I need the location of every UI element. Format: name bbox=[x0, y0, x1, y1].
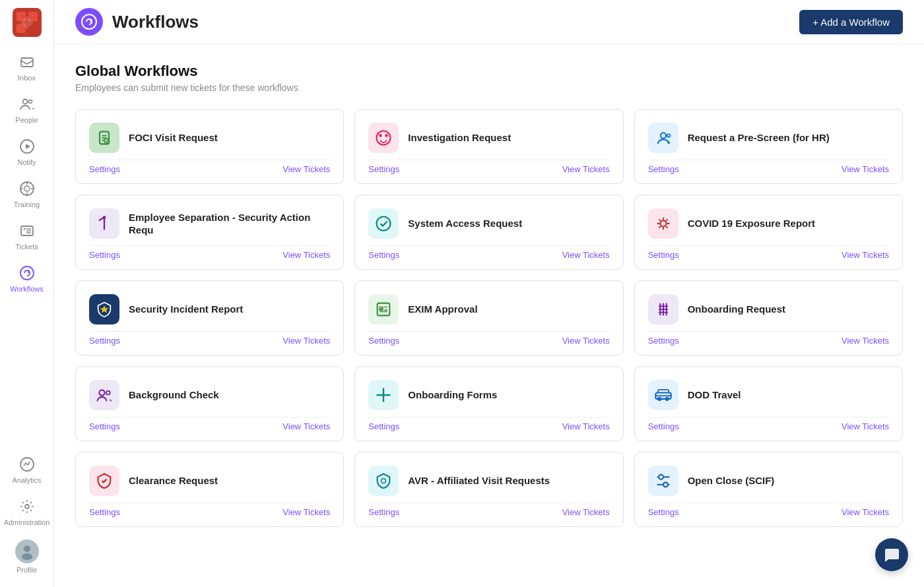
card-actions: Settings View Tickets bbox=[648, 160, 889, 174]
view-tickets-link-foci-visit-request[interactable]: View Tickets bbox=[282, 164, 330, 174]
administration-icon bbox=[18, 497, 36, 516]
view-tickets-link-investigation-request[interactable]: View Tickets bbox=[562, 164, 610, 174]
card-actions: Settings View Tickets bbox=[648, 503, 889, 517]
workflow-name: FOCI Visit Request bbox=[129, 131, 218, 144]
workflow-grid: FOCI Visit Request Settings View Tickets… bbox=[75, 109, 903, 527]
view-tickets-link-open-close-scif[interactable]: View Tickets bbox=[842, 507, 889, 517]
card-actions: Settings View Tickets bbox=[648, 245, 889, 260]
settings-link-onboarding-forms[interactable]: Settings bbox=[368, 421, 399, 431]
sidebar-item-profile[interactable]: Profile bbox=[4, 534, 50, 579]
view-tickets-link-dod-travel[interactable]: View Tickets bbox=[842, 421, 889, 431]
sidebar-item-people[interactable]: People bbox=[4, 90, 50, 129]
workflow-icon-covid-exposure-report bbox=[648, 208, 678, 239]
workflow-icon-onboarding-forms bbox=[368, 380, 399, 410]
svg-point-17 bbox=[24, 545, 30, 552]
sidebar-item-notify[interactable]: Notify bbox=[4, 132, 50, 171]
sidebar-item-training[interactable]: Training bbox=[4, 174, 50, 214]
view-tickets-link-onboarding-forms[interactable]: View Tickets bbox=[562, 421, 610, 431]
view-tickets-link-covid-exposure-report[interactable]: View Tickets bbox=[842, 250, 889, 260]
svg-point-13 bbox=[23, 228, 25, 230]
workflow-card-exim-approval: EXIM Approval Settings View Tickets bbox=[354, 280, 623, 355]
sidebar-item-label: Profile bbox=[16, 566, 37, 574]
card-top: Open Close (SCIF) bbox=[648, 466, 889, 496]
view-tickets-link-avr-affiliated-visit[interactable]: View Tickets bbox=[562, 507, 610, 517]
svg-point-40 bbox=[99, 390, 104, 395]
card-actions: Settings View Tickets bbox=[89, 417, 330, 431]
workflows-header-icon bbox=[75, 8, 103, 36]
card-actions: Settings View Tickets bbox=[648, 417, 889, 431]
workflow-card-request-prescreen: Request a Pre-Screen (for HR) Settings V… bbox=[634, 109, 903, 184]
card-actions: Settings View Tickets bbox=[89, 331, 330, 346]
card-top: Clearance Request bbox=[89, 466, 330, 496]
workflow-name: Onboarding Request bbox=[688, 303, 785, 316]
view-tickets-link-onboarding-request[interactable]: View Tickets bbox=[842, 336, 889, 346]
workflow-icon-security-incident-report bbox=[89, 294, 119, 324]
workflow-icon-clearance-request bbox=[89, 466, 119, 496]
settings-link-onboarding-request[interactable]: Settings bbox=[648, 336, 679, 346]
sidebar-item-label: Workflows bbox=[10, 285, 44, 293]
workflow-icon-dod-travel bbox=[648, 380, 678, 410]
workflow-icon-system-access-request bbox=[368, 208, 399, 239]
avatar bbox=[15, 540, 39, 563]
workflow-card-security-incident-report: Security Incident Report Settings View T… bbox=[75, 280, 344, 355]
workflow-icon-onboarding-request bbox=[648, 294, 678, 324]
workflow-name: Employee Separation - Security Action Re… bbox=[129, 211, 330, 237]
settings-link-background-check[interactable]: Settings bbox=[89, 421, 120, 431]
workflow-card-clearance-request: Clearance Request Settings View Tickets bbox=[75, 452, 344, 527]
settings-link-foci-visit-request[interactable]: Settings bbox=[89, 164, 120, 174]
workflow-card-covid-exposure-report: COVID 19 Exposure Report Settings View T… bbox=[634, 195, 903, 270]
sidebar-item-analytics[interactable]: Analytics bbox=[4, 450, 50, 489]
sidebar-item-tickets[interactable]: Tickets bbox=[4, 216, 50, 256]
card-top: DOD Travel bbox=[648, 380, 889, 410]
section-title: Global Workflows bbox=[75, 63, 903, 80]
settings-link-request-prescreen[interactable]: Settings bbox=[648, 164, 679, 174]
view-tickets-link-employee-separation[interactable]: View Tickets bbox=[282, 250, 330, 260]
workflow-card-onboarding-forms: Onboarding Forms Settings View Tickets bbox=[354, 366, 623, 441]
workflow-card-onboarding-request: Onboarding Request Settings View Tickets bbox=[634, 280, 903, 355]
main-content: Workflows + Add a Workflow Global Workfl… bbox=[54, 0, 924, 587]
sidebar-item-inbox[interactable]: Inbox bbox=[4, 47, 50, 87]
settings-link-covid-exposure-report[interactable]: Settings bbox=[648, 250, 679, 260]
sidebar-item-administration[interactable]: Administration bbox=[4, 492, 50, 532]
card-actions: Settings View Tickets bbox=[89, 245, 330, 260]
add-workflow-button[interactable]: + Add a Workflow bbox=[799, 10, 903, 34]
people-icon bbox=[18, 95, 36, 113]
workflow-icon-avr-affiliated-visit bbox=[368, 466, 399, 496]
workflow-name: AVR - Affiliated Visit Requests bbox=[408, 474, 550, 487]
workflow-name: System Access Request bbox=[408, 217, 522, 230]
settings-link-investigation-request[interactable]: Settings bbox=[368, 164, 399, 174]
logo[interactable] bbox=[13, 8, 42, 40]
sidebar-item-label: Tickets bbox=[15, 243, 38, 251]
sidebar-item-workflows[interactable]: Workflows bbox=[4, 259, 50, 298]
settings-link-clearance-request[interactable]: Settings bbox=[89, 507, 120, 517]
workflow-icon-employee-separation bbox=[89, 208, 119, 239]
settings-link-exim-approval[interactable]: Settings bbox=[368, 336, 399, 346]
view-tickets-link-security-incident-report[interactable]: View Tickets bbox=[282, 336, 330, 346]
card-top: Onboarding Forms bbox=[368, 380, 609, 410]
workflow-icon-foci-visit-request bbox=[89, 123, 119, 153]
page-body: Global Workflows Employees can submit ne… bbox=[54, 44, 924, 545]
view-tickets-link-exim-approval[interactable]: View Tickets bbox=[562, 336, 610, 346]
workflow-card-investigation-request: Investigation Request Settings View Tick… bbox=[354, 109, 623, 184]
settings-link-avr-affiliated-visit[interactable]: Settings bbox=[368, 507, 399, 517]
settings-link-system-access-request[interactable]: Settings bbox=[368, 250, 399, 260]
settings-link-security-incident-report[interactable]: Settings bbox=[89, 336, 120, 346]
card-actions: Settings View Tickets bbox=[368, 160, 609, 174]
view-tickets-link-background-check[interactable]: View Tickets bbox=[282, 421, 330, 431]
card-actions: Settings View Tickets bbox=[368, 503, 609, 517]
section-subtitle: Employees can submit new tickets for the… bbox=[75, 82, 903, 93]
view-tickets-link-clearance-request[interactable]: View Tickets bbox=[282, 507, 330, 517]
workflow-icon-open-close-scif bbox=[648, 466, 678, 496]
svg-point-19 bbox=[82, 15, 96, 29]
view-tickets-link-system-access-request[interactable]: View Tickets bbox=[562, 250, 610, 260]
settings-link-employee-separation[interactable]: Settings bbox=[89, 250, 120, 260]
view-tickets-link-request-prescreen[interactable]: View Tickets bbox=[842, 164, 889, 174]
sidebar-item-label: Notify bbox=[17, 158, 36, 166]
tickets-icon bbox=[18, 222, 36, 240]
settings-link-open-close-scif[interactable]: Settings bbox=[648, 507, 679, 517]
svg-point-14 bbox=[20, 266, 34, 280]
settings-link-dod-travel[interactable]: Settings bbox=[648, 421, 679, 431]
workflow-name: Background Check bbox=[129, 388, 219, 402]
svg-point-48 bbox=[659, 475, 663, 479]
chat-bubble[interactable] bbox=[875, 538, 908, 571]
